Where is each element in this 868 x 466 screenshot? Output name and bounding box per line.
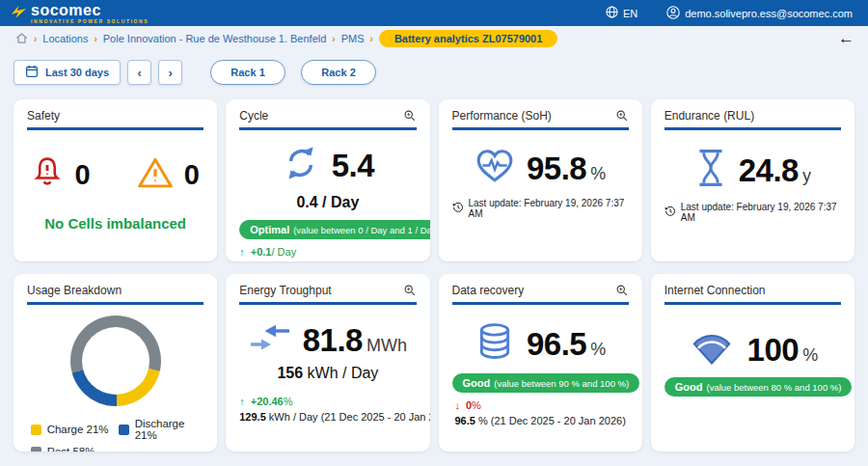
magnifier-icon[interactable] bbox=[615, 109, 629, 123]
data-recovery-value: 96.5 bbox=[527, 328, 586, 360]
magnifier-icon[interactable] bbox=[403, 109, 417, 123]
calendar-icon bbox=[25, 65, 39, 80]
breadcrumb-separator: › bbox=[370, 34, 373, 44]
magnifier-icon[interactable] bbox=[615, 284, 629, 297]
data-recovery-previous-value: 96.5 bbox=[454, 415, 475, 426]
socomec-logo[interactable]: socomec Innovative Power Solutions bbox=[10, 3, 149, 24]
breadcrumb-pms[interactable]: PMS bbox=[341, 33, 365, 44]
soh-value: 95.8 bbox=[527, 152, 586, 184]
language-switcher[interactable]: EN bbox=[606, 6, 637, 20]
data-recovery-previous-detail: % (21 Dec 2025 - 20 Jan 2026) bbox=[478, 415, 626, 426]
cycle-trend-value: +0.1 bbox=[251, 246, 272, 258]
rest-swatch bbox=[31, 447, 41, 452]
soh-unit: % bbox=[590, 164, 606, 184]
account-menu[interactable]: demo.solivepro.ess@socomec.com bbox=[666, 6, 853, 21]
energy-previous-detail: kWh / Day (21 Dec 2025 - 20 Jan 2026) bbox=[269, 411, 430, 423]
rul-value: 24.8 bbox=[739, 154, 799, 186]
card-title: Usage Breakdown bbox=[27, 284, 122, 297]
history-clock-icon bbox=[665, 206, 676, 219]
converging-arrows-icon bbox=[249, 322, 291, 357]
breadcrumb-current-badge[interactable]: Battery analytics ZL07579001 bbox=[379, 30, 557, 47]
brand-tagline: Innovative Power Solutions bbox=[31, 19, 149, 24]
card-endurance-rul: Endurance (RUL) 24.8y Last update: Febru… bbox=[651, 99, 854, 261]
card-usage-breakdown: Usage Breakdown Charge 21% Discharge 21%… bbox=[14, 274, 217, 452]
charge-swatch bbox=[31, 425, 41, 435]
breadcrumb-separator: › bbox=[34, 34, 37, 44]
next-period-button[interactable]: › bbox=[158, 60, 182, 85]
energy-daily-value: 156 bbox=[277, 365, 303, 381]
trend-up-icon: ↑ bbox=[239, 396, 245, 407]
dashboard-grid: Safety 0 0 No Cells imbalanced Cycle bbox=[14, 99, 854, 452]
socomec-logo-icon bbox=[10, 4, 28, 23]
cycle-value: 5.4 bbox=[332, 150, 374, 181]
toolbar: Last 30 days ‹ › Rack 1 Rack 2 bbox=[14, 60, 854, 85]
globe-icon bbox=[606, 6, 618, 20]
usage-legend: Charge 21% Discharge 21% Rest 58% bbox=[31, 418, 201, 452]
trend-up-icon: ↑ bbox=[239, 246, 245, 258]
warning-count: 0 bbox=[184, 159, 200, 191]
cycle-daily-value: 0.4 bbox=[296, 194, 317, 210]
breadcrumb-locations[interactable]: Locations bbox=[42, 33, 88, 44]
cycle-trend-unit: / Day bbox=[271, 246, 296, 258]
alarm-count: 0 bbox=[74, 159, 90, 191]
internet-unit: % bbox=[802, 345, 818, 366]
energy-value: 81.8 bbox=[303, 324, 363, 356]
data-recovery-status-badge: Good (value between 90 % and 100 %) bbox=[452, 373, 640, 393]
legend-item-rest: Rest 58% bbox=[31, 446, 113, 452]
energy-daily-unit: kWh / Day bbox=[308, 365, 379, 381]
internet-status-badge: Good (value between 80 % and 100 %) bbox=[665, 377, 853, 397]
energy-trend-unit: % bbox=[284, 396, 293, 407]
cycle-refresh-icon bbox=[282, 144, 320, 186]
breadcrumb-separator: › bbox=[332, 34, 335, 44]
date-range-label: Last 30 days bbox=[45, 67, 109, 78]
breadcrumb: › Locations › Pole Innovation - Rue de W… bbox=[0, 26, 868, 51]
card-title: Data recovery bbox=[452, 284, 525, 297]
breadcrumb-separator: › bbox=[94, 34, 96, 44]
home-icon[interactable] bbox=[15, 32, 28, 46]
alarm-bell-icon bbox=[31, 155, 64, 194]
magnifier-icon[interactable] bbox=[403, 284, 417, 297]
card-performance-soh: Performance (SoH) 95.8% Last update: Feb… bbox=[439, 99, 642, 261]
history-clock-icon bbox=[452, 202, 464, 215]
rack-2-button[interactable]: Rack 2 bbox=[301, 60, 376, 85]
soh-last-update: Last update: February 19, 2026 7:37 AM bbox=[469, 198, 629, 219]
cells-balance-status: No Cells imbalanced bbox=[27, 215, 203, 232]
hourglass-icon bbox=[694, 148, 727, 192]
rack-1-button[interactable]: Rack 1 bbox=[210, 60, 285, 85]
prev-period-button[interactable]: ‹ bbox=[127, 60, 151, 85]
user-email: demo.solivepro.ess@socomec.com bbox=[685, 8, 853, 19]
card-title: Cycle bbox=[239, 109, 268, 123]
user-icon bbox=[666, 6, 680, 21]
card-title: Performance (SoH) bbox=[452, 109, 552, 123]
card-title: Endurance (RUL) bbox=[665, 109, 754, 123]
wifi-icon bbox=[688, 330, 736, 369]
legend-item-discharge: Discharge 21% bbox=[119, 418, 201, 441]
back-button[interactable]: ← bbox=[838, 30, 854, 46]
rul-last-update: Last update: February 19, 2026 7:37 AM bbox=[681, 202, 841, 223]
energy-trend-value: +20.46 bbox=[251, 396, 284, 407]
card-title: Internet Connection bbox=[665, 284, 766, 297]
trend-down-icon: ↓ bbox=[454, 399, 460, 411]
data-recovery-trend-unit: % bbox=[472, 399, 481, 411]
energy-previous-value: 129.5 bbox=[239, 411, 266, 423]
data-recovery-unit: % bbox=[590, 340, 606, 360]
card-safety: Safety 0 0 No Cells imbalanced bbox=[14, 99, 217, 261]
breadcrumb-site[interactable]: Pole Innovation - Rue de Westhouse 1. Be… bbox=[103, 33, 327, 44]
card-data-recovery: Data recovery 96.5% Good (value between … bbox=[439, 274, 642, 452]
usage-donut-chart bbox=[70, 315, 161, 406]
warning-triangle-icon bbox=[137, 156, 174, 193]
discharge-swatch bbox=[119, 425, 129, 435]
language-label: EN bbox=[623, 8, 637, 19]
brand-name: socomec bbox=[31, 3, 149, 18]
card-title: Safety bbox=[27, 109, 60, 123]
card-energy-throughput: Energy Troughput 81.8MWh 156 kWh / Day ↑… bbox=[226, 274, 429, 452]
card-title: Energy Troughput bbox=[239, 284, 331, 297]
card-internet-connection: Internet Connection 100% Good (value bet… bbox=[651, 274, 854, 452]
date-range-button[interactable]: Last 30 days bbox=[14, 60, 121, 85]
heart-pulse-icon bbox=[475, 148, 515, 188]
internet-value: 100 bbox=[747, 334, 800, 366]
cycle-daily-unit: / Day bbox=[322, 194, 359, 210]
legend-item-charge: Charge 21% bbox=[31, 418, 113, 441]
rul-unit: y bbox=[802, 166, 811, 186]
topbar: socomec Innovative Power Solutions EN de… bbox=[0, 0, 868, 26]
